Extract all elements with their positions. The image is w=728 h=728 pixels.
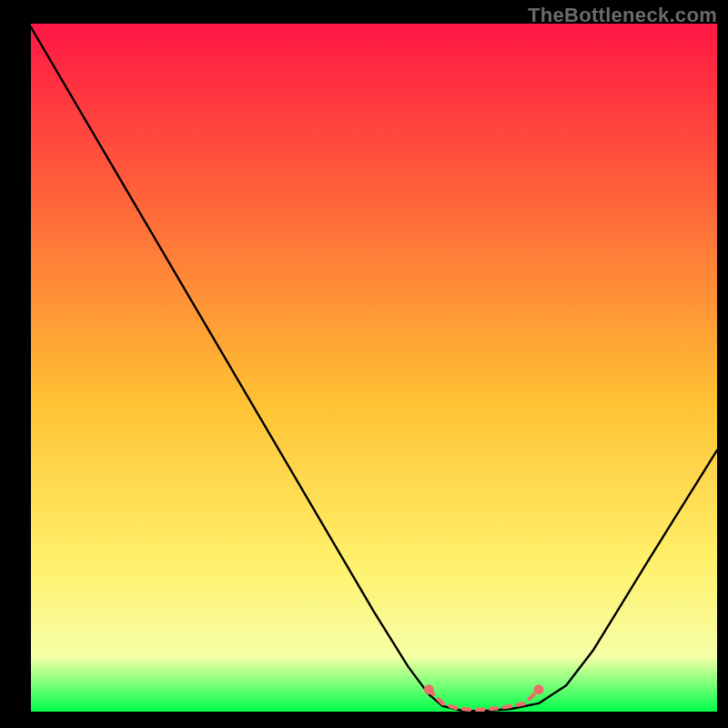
svg-point-2 [424, 684, 434, 694]
svg-point-3 [533, 684, 543, 694]
bottleneck-chart [0, 0, 728, 728]
watermark-text: TheBottleneck.com [528, 4, 717, 27]
chart-container: TheBottleneck.com [0, 0, 728, 728]
svg-rect-1 [31, 24, 717, 712]
